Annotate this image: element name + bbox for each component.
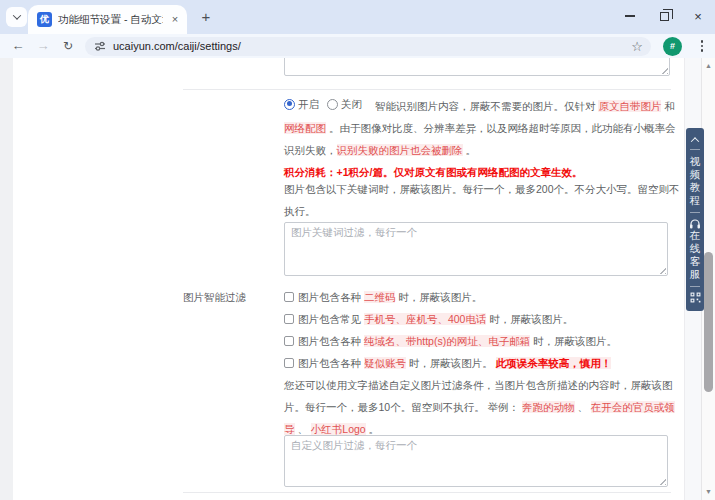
- back-button[interactable]: ←: [6, 34, 30, 58]
- minimize-button[interactable]: [613, 0, 647, 32]
- site-favicon: 优: [37, 12, 52, 27]
- floating-side-widget: 视频教程 在线客服: [686, 128, 704, 311]
- page-content: 开启关闭智能识别图片内容，屏蔽不需要的图片。仅针对 原文自带图片 和 网络配图 …: [0, 58, 715, 500]
- checkbox-qrcode[interactable]: [284, 292, 294, 302]
- radio-selected-icon: [284, 99, 295, 110]
- smart-filter-options: 图片包含各种 二维码 时，屏蔽该图片。 图片包含常见 手机号、座机号、400电话…: [284, 286, 682, 374]
- headset-icon: [689, 218, 701, 229]
- custom-filter-hint: 您还可以使用文字描述自定义图片过滤条件，当图片包含所描述的内容时，屏蔽该图片。每…: [284, 374, 682, 440]
- resize-handle-icon[interactable]: [657, 265, 666, 274]
- qr-code-icon[interactable]: [690, 292, 701, 303]
- checkbox-row-account: 图片包含各种 疑似账号 时，屏蔽该图片。 此项误杀率较高，慎用！: [284, 352, 682, 374]
- scroll-down-icon[interactable]: ▼: [702, 486, 715, 498]
- browser-menu-icon[interactable]: [694, 36, 710, 56]
- checkbox-account[interactable]: [284, 358, 294, 368]
- browser-window: 优 功能细节设置 - 自动文章采集 × + × ← → ↻ ucaiyun.co…: [0, 0, 715, 500]
- scrollbar-thumb[interactable]: [704, 252, 713, 392]
- checkbox-row-url: 图片包含各种 纯域名、带http(s)的网址、电子邮箱 时，屏蔽该图片。: [284, 330, 682, 352]
- resize-handle-icon[interactable]: [657, 476, 666, 485]
- url-text: ucaiyun.com/caiji/settings/: [113, 40, 241, 52]
- video-tutorial-item[interactable]: 视频教程: [688, 155, 702, 207]
- smart-filter-label: 图片智能过滤: [183, 286, 246, 308]
- tab-search-button[interactable]: [6, 7, 27, 27]
- online-service-item[interactable]: 在线客服: [688, 229, 702, 281]
- address-bar[interactable]: ucaiyun.com/caiji/settings/ ☆: [85, 37, 651, 56]
- previous-row-textarea[interactable]: [284, 58, 670, 76]
- page-left-margin: [0, 58, 13, 500]
- widget-divider: [690, 149, 700, 150]
- checkbox-phone[interactable]: [284, 314, 294, 324]
- radio-off-label: 关闭: [341, 93, 362, 115]
- reload-button[interactable]: ↻: [56, 34, 80, 58]
- profile-avatar[interactable]: #: [663, 37, 682, 56]
- checkbox-url[interactable]: [284, 336, 294, 346]
- new-tab-button[interactable]: +: [196, 8, 216, 28]
- radio-smart-recognition-off[interactable]: 关闭: [327, 93, 362, 115]
- chevron-down-icon: [12, 11, 20, 19]
- restore-icon: [660, 12, 669, 21]
- custom-filter-textarea[interactable]: 自定义图片过滤，每行一个: [284, 435, 668, 487]
- keyword-filter-placeholder: 图片关键词过滤，每行一个: [291, 226, 417, 240]
- collapse-up-icon[interactable]: [691, 137, 699, 145]
- bookmark-star-icon[interactable]: ☆: [631, 37, 643, 56]
- tab-strip: 优 功能细节设置 - 自动文章采集 × + ×: [0, 0, 715, 34]
- keyword-filter-hint: 图片包含以下关键词时，屏蔽该图片。每行一个，最多200个。不分大小写。留空则不执…: [284, 178, 682, 222]
- minimize-icon: [625, 15, 635, 16]
- browser-toolbar: ← → ↻ ucaiyun.com/caiji/settings/ ☆ #: [0, 34, 715, 58]
- page-info-icon[interactable]: [94, 40, 106, 52]
- close-icon: ×: [694, 10, 702, 23]
- restore-button[interactable]: [647, 0, 681, 32]
- widget-divider: [690, 212, 700, 213]
- widget-divider: [690, 286, 700, 287]
- row-divider: [183, 89, 671, 90]
- tab-close-icon[interactable]: ×: [168, 13, 182, 27]
- browser-tab[interactable]: 优 功能细节设置 - 自动文章采集 ×: [28, 5, 187, 34]
- tab-title: 功能细节设置 - 自动文章采集: [58, 5, 163, 34]
- radio-smart-recognition-on[interactable]: 开启: [284, 93, 319, 115]
- radio-unselected-icon: [327, 99, 338, 110]
- smart-recognition-section: 开启关闭智能识别图片内容，屏蔽不需要的图片。仅针对 原文自带图片 和 网络配图 …: [284, 93, 682, 183]
- custom-filter-placeholder: 自定义图片过滤，每行一个: [291, 439, 417, 453]
- close-button[interactable]: ×: [681, 0, 715, 32]
- checkbox-row-qrcode: 图片包含各种 二维码 时，屏蔽该图片。: [284, 286, 682, 308]
- checkbox-row-phone: 图片包含常见 手机号、座机号、400电话 时，屏蔽该图片。: [284, 308, 682, 330]
- resize-handle-icon[interactable]: [659, 65, 668, 74]
- forward-button[interactable]: →: [31, 34, 55, 58]
- keyword-filter-textarea[interactable]: 图片关键词过滤，每行一个: [284, 222, 668, 276]
- row-divider: [183, 492, 671, 493]
- radio-on-label: 开启: [298, 93, 319, 115]
- scroll-up-icon[interactable]: ▲: [702, 60, 715, 72]
- window-controls: ×: [613, 0, 715, 32]
